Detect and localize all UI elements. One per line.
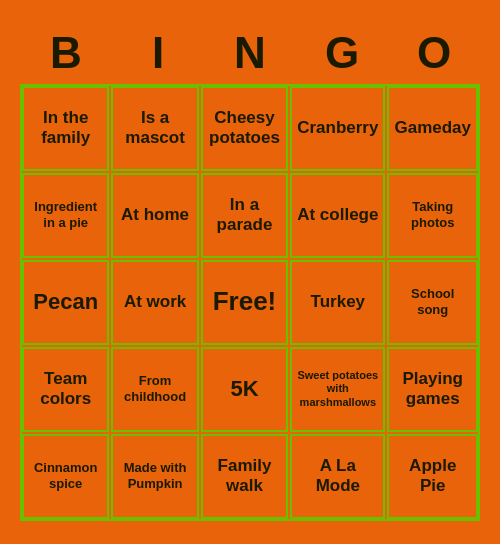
bingo-cell[interactable]: At college (290, 173, 385, 258)
bingo-letter: B (20, 24, 112, 82)
bingo-letter: N (204, 24, 296, 82)
bingo-letter: G (296, 24, 388, 82)
bingo-cell[interactable]: Sweet potatoes with marshmallows (290, 347, 385, 432)
bingo-header: BINGO (20, 24, 480, 82)
bingo-cell[interactable]: Turkey (290, 260, 385, 345)
bingo-grid: In the familyIs a mascotCheesy potatoesC… (20, 84, 480, 521)
bingo-cell[interactable]: School song (387, 260, 478, 345)
bingo-cell[interactable]: Gameday (387, 86, 478, 171)
bingo-cell[interactable]: Apple Pie (387, 434, 478, 519)
bingo-cell[interactable]: Family walk (201, 434, 288, 519)
bingo-cell[interactable]: At work (111, 260, 198, 345)
bingo-cell[interactable]: 5K (201, 347, 288, 432)
bingo-cell[interactable]: Ingredient in a pie (22, 173, 109, 258)
bingo-cell[interactable]: At home (111, 173, 198, 258)
bingo-cell[interactable]: Cranberry (290, 86, 385, 171)
bingo-cell[interactable]: In a parade (201, 173, 288, 258)
bingo-card: BINGO In the familyIs a mascotCheesy pot… (10, 14, 490, 531)
bingo-cell[interactable]: Free! (201, 260, 288, 345)
bingo-cell[interactable]: A La Mode (290, 434, 385, 519)
bingo-cell[interactable]: Playing games (387, 347, 478, 432)
bingo-cell[interactable]: From childhood (111, 347, 198, 432)
bingo-cell[interactable]: Taking photos (387, 173, 478, 258)
bingo-letter: I (112, 24, 204, 82)
bingo-letter: O (388, 24, 480, 82)
bingo-cell[interactable]: Is a mascot (111, 86, 198, 171)
bingo-cell[interactable]: Pecan (22, 260, 109, 345)
bingo-cell[interactable]: In the family (22, 86, 109, 171)
bingo-cell[interactable]: Cheesy potatoes (201, 86, 288, 171)
bingo-cell[interactable]: Team colors (22, 347, 109, 432)
bingo-cell[interactable]: Cinnamon spice (22, 434, 109, 519)
bingo-cell[interactable]: Made with Pumpkin (111, 434, 198, 519)
